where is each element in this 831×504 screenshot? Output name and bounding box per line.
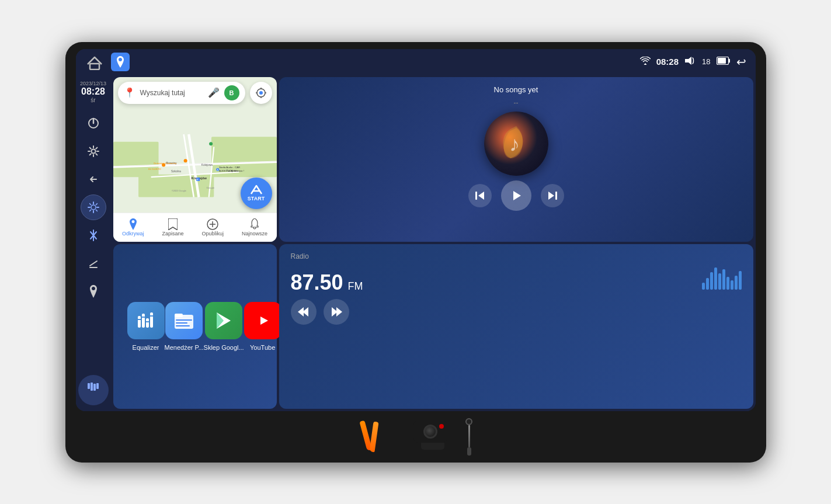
start-label: START	[248, 196, 265, 201]
mic-cable	[465, 418, 472, 456]
svg-rect-66	[138, 316, 141, 328]
date-display: 2023/12/13	[80, 81, 106, 86]
radio-band: FM	[348, 280, 363, 293]
svg-rect-76	[176, 319, 192, 321]
svg-rect-77	[176, 322, 187, 324]
svg-line-16	[96, 203, 97, 204]
radio-prev-btn[interactable]	[291, 299, 317, 325]
main-area: 2023/12/13 08:28 śr	[76, 75, 756, 411]
svg-text:Kolejowa: Kolejowa	[201, 163, 213, 166]
sidebar-day: śr	[80, 97, 106, 103]
sidebar-climate-btn[interactable]	[81, 194, 106, 220]
next-btn[interactable]	[541, 184, 564, 207]
svg-rect-3	[728, 59, 730, 63]
song-title: No songs yet	[494, 85, 538, 94]
svg-text:EL'GUSTO: EL'GUSTO	[148, 168, 161, 171]
svg-rect-75	[175, 314, 183, 317]
svg-rect-67	[142, 314, 145, 328]
app-item-equalizer[interactable]: Equalizer	[127, 302, 165, 351]
device-shell: 08:28 18 ↩	[65, 42, 766, 463]
sidebar-location-btn[interactable]	[81, 279, 106, 304]
prev-btn[interactable]	[468, 184, 492, 207]
svg-text:©2023 Google: ©2023 Google	[171, 189, 186, 192]
radio-wave	[702, 266, 742, 290]
map-mic-icon[interactable]: 🎤	[208, 87, 220, 98]
date-time: 2023/12/13 08:28 śr	[80, 81, 106, 103]
volume-level: 18	[702, 57, 710, 66]
back-icon[interactable]: ↩	[736, 55, 746, 69]
app-item-playstore[interactable]: Sklep Googl...	[204, 302, 244, 351]
svg-point-45	[183, 159, 187, 162]
cable-wire	[468, 425, 470, 447]
sidebar-power-btn[interactable]	[81, 110, 106, 136]
nav-odkrywaj-label: Odkrywaj	[122, 231, 144, 237]
map-start-btn[interactable]: START	[241, 178, 272, 209]
svg-text:AUDIO na Androidzie !: AUDIO na Androidzie !	[218, 169, 244, 172]
svg-rect-0	[90, 64, 99, 69]
files-icon	[165, 302, 203, 339]
radio-frequency: 87.50	[291, 272, 343, 293]
sidebar-bottom	[78, 375, 109, 405]
playstore-label: Sklep Googl...	[204, 344, 244, 351]
svg-line-13	[89, 203, 91, 204]
play-btn[interactable]	[501, 180, 531, 211]
radio-next-btn[interactable]	[324, 299, 349, 325]
sidebar-back-btn[interactable]	[81, 166, 106, 192]
sidebar-settings-btn[interactable]	[81, 138, 106, 164]
svg-text:Szkolna: Szkolna	[171, 169, 181, 172]
volume-icon	[684, 56, 696, 67]
svg-text:♪: ♪	[509, 133, 520, 156]
screen: 08:28 18 ↩	[76, 49, 756, 411]
map-center-btn[interactable]	[250, 82, 272, 104]
svg-point-47	[209, 142, 213, 145]
camera-led	[439, 424, 444, 429]
map-nav-odkrywaj[interactable]: Odkrywaj	[122, 218, 144, 237]
home-icon-btn[interactable]	[85, 54, 104, 70]
accessories	[76, 418, 756, 456]
map-user-avatar[interactable]: B	[224, 85, 239, 100]
svg-text:Strefa Audio - CAR: Strefa Audio - CAR	[218, 166, 239, 169]
app-item-youtube[interactable]: YouTube	[244, 302, 281, 351]
svg-marker-1	[685, 57, 691, 65]
nav-najnowsze-label: Najnowsze	[242, 231, 267, 237]
maps-icon-btn[interactable]	[111, 53, 130, 71]
map-panel[interactable]: Brzeziny Szkolna Kolejowa Kolejowa Krasi…	[113, 77, 277, 242]
svg-line-14	[96, 210, 97, 211]
svg-point-57	[259, 91, 263, 95]
voice-button[interactable]	[78, 375, 109, 405]
map-nav-najnowsze[interactable]: Najnowsze	[242, 218, 267, 237]
sidebar-minus-btn[interactable]	[81, 251, 106, 276]
svg-rect-69	[150, 312, 153, 328]
svg-text:Google: Google	[206, 186, 214, 189]
backup-camera	[413, 420, 451, 453]
content-grid: No songs yet -- ♪	[111, 75, 756, 411]
pry-tools	[359, 420, 399, 453]
map-search-bar[interactable]: 📍 Wyszukaj tutaj 🎤 B	[118, 82, 245, 104]
svg-text:Gościniec Krasienka: Gościniec Krasienka	[153, 161, 176, 164]
equalizer-label: Equalizer	[133, 344, 159, 351]
sidebar: 2023/12/13 08:28 śr	[76, 75, 111, 411]
svg-marker-23	[478, 192, 484, 200]
status-left	[85, 53, 130, 71]
time-display: 08:28	[656, 57, 679, 67]
svg-marker-87	[336, 307, 342, 317]
svg-text:B: B	[197, 178, 199, 180]
nav-opublikuj-label: Opublikuj	[201, 231, 224, 237]
svg-rect-78	[176, 325, 190, 326]
svg-rect-24	[475, 192, 477, 200]
radio-label: Radio	[291, 252, 742, 260]
svg-rect-68	[146, 318, 149, 328]
sidebar-bluetooth-btn[interactable]	[81, 223, 106, 248]
nav-zapisane-label: Zapisane	[162, 231, 183, 237]
radio-panel: Radio 87.50 FM	[279, 244, 753, 409]
svg-rect-18	[88, 383, 90, 389]
camera-mount	[421, 443, 444, 450]
app-item-files[interactable]: Menedżer P...	[165, 302, 204, 351]
apps-panel: Equalizer Men	[113, 244, 277, 409]
svg-marker-85	[298, 307, 304, 317]
mic-head	[465, 418, 472, 425]
battery-icon	[717, 57, 731, 67]
map-nav-opublikuj[interactable]: Opublikuj	[201, 218, 224, 237]
map-nav-zapisane[interactable]: Zapisane	[162, 218, 183, 237]
radio-controls	[291, 299, 742, 325]
